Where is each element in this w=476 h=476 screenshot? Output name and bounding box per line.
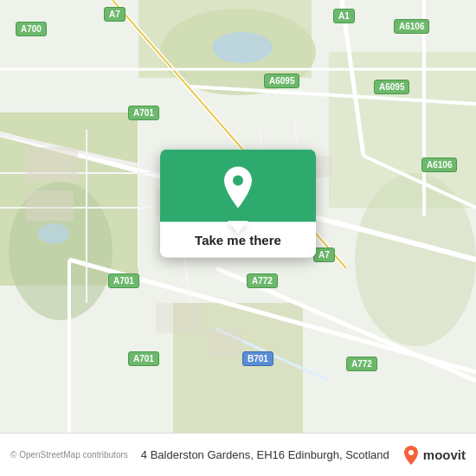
bottom-bar: © OpenStreetMap contributors 4 Baldersto…	[0, 433, 476, 476]
road-label-a701: A701	[128, 106, 159, 120]
road-label-a772-mid: A772	[247, 273, 278, 288]
road-label-a772-bot: A772	[346, 357, 377, 371]
svg-point-28	[212, 32, 273, 63]
svg-point-37	[233, 176, 243, 186]
svg-rect-35	[156, 303, 203, 333]
map-container: A700 A7 A1 A6106 A701 A6095 A6095 A6106 …	[0, 0, 476, 433]
moovit-label: moovit	[423, 447, 466, 462]
road-label-b701: B701	[242, 351, 273, 366]
svg-rect-36	[208, 329, 242, 355]
popup-card: Take me there	[160, 150, 316, 258]
road-label-a701-bot2: A701	[128, 351, 159, 366]
svg-rect-31	[26, 190, 74, 221]
moovit-logo: moovit	[402, 445, 466, 466]
road-label-a6095-left: A6095	[264, 74, 299, 88]
moovit-pin-icon	[402, 445, 420, 466]
road-label-a6095-right: A6095	[374, 80, 409, 94]
road-label-a7-mid: A7	[313, 248, 335, 262]
map-attribution: © OpenStreetMap contributors	[10, 450, 128, 460]
road-label-a6106-right: A6106	[421, 158, 457, 172]
popup-triangle	[228, 221, 248, 233]
popup-green-area	[160, 150, 316, 222]
road-label-a700: A700	[16, 22, 47, 36]
svg-point-38	[408, 450, 414, 455]
road-label-a1: A1	[333, 9, 355, 23]
location-pin-icon	[219, 165, 257, 210]
svg-point-29	[38, 223, 69, 244]
road-label-a701-bot1: A701	[108, 273, 139, 288]
svg-rect-30	[26, 147, 78, 182]
road-label-a7-top: A7	[104, 7, 125, 22]
address-text: 4 Balderston Gardens, EH16 Edinburgh, Sc…	[128, 448, 402, 461]
road-label-a6106-top: A6106	[394, 19, 429, 34]
